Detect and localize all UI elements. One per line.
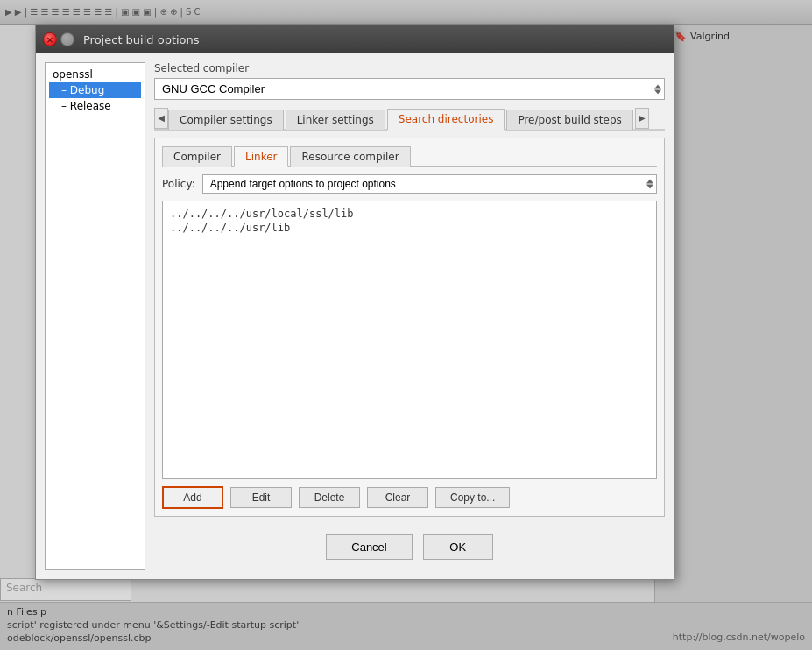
action-buttons: Add Edit Delete Clear Copy to...	[162, 486, 657, 509]
tab-compiler-settings[interactable]: Compiler settings	[168, 110, 284, 130]
policy-label: Policy:	[162, 178, 195, 190]
tab-prepost-build[interactable]: Pre/post build steps	[506, 110, 632, 130]
compiler-select-arrow	[654, 84, 661, 94]
close-icon: ×	[46, 35, 53, 45]
title-bar: × Project build options	[36, 25, 674, 53]
dialog-body: openssl – Debug – Release Selected compi…	[36, 53, 674, 579]
tab-search-directories-label: Search directories	[399, 113, 494, 125]
inner-tab-compiler-label: Compiler	[173, 151, 221, 163]
tree-arrow-release: –	[61, 100, 67, 112]
ok-button[interactable]: OK	[423, 534, 493, 560]
compiler-select-wrapper: GNU GCC Compiler	[154, 78, 665, 100]
tab-linker-settings-label: Linker settings	[297, 114, 374, 126]
edit-button[interactable]: Edit	[230, 487, 292, 508]
policy-select[interactable]: Append target options to project options	[202, 174, 657, 194]
list-item: ../../../../usr/lib	[168, 221, 651, 235]
cancel-button[interactable]: Cancel	[326, 534, 412, 560]
inner-tab-linker-label: Linker	[245, 151, 277, 163]
tab-search-directories[interactable]: Search directories	[387, 109, 505, 131]
directory-list[interactable]: ../../../../usr/local/ssl/lib ../../../.…	[162, 201, 657, 479]
arrow-down-icon	[654, 89, 661, 94]
copy-to-button[interactable]: Copy to...	[435, 487, 510, 508]
compiler-section: Selected compiler GNU GCC Compiler	[154, 62, 665, 100]
tab-compiler-settings-label: Compiler settings	[180, 114, 272, 126]
right-panel: Selected compiler GNU GCC Compiler ◀ Com…	[154, 62, 665, 570]
list-item: ../../../../usr/local/ssl/lib	[168, 207, 651, 221]
tree-label-release: Release	[70, 100, 111, 112]
compiler-section-label: Selected compiler	[154, 62, 665, 74]
policy-select-wrapper: Append target options to project options	[202, 174, 657, 194]
tree-item-openssl[interactable]: openssl	[49, 67, 141, 82]
policy-arrow-up-icon	[646, 180, 653, 184]
policy-arrow-down-icon	[646, 185, 653, 189]
inner-panel: Compiler Linker Resource compiler Policy…	[154, 138, 665, 517]
inner-tab-resource-compiler-label: Resource compiler	[301, 151, 399, 163]
delete-button[interactable]: Delete	[299, 487, 360, 508]
close-button[interactable]: ×	[43, 32, 57, 46]
inner-tab-bar: Compiler Linker Resource compiler	[162, 145, 657, 167]
minimize-button[interactable]	[60, 32, 74, 46]
compiler-select[interactable]: GNU GCC Compiler	[154, 78, 665, 100]
tab-linker-settings[interactable]: Linker settings	[286, 110, 385, 130]
tree-label-openssl: openssl	[53, 68, 93, 81]
dialog-footer: Cancel OK	[154, 524, 665, 570]
tree-item-debug[interactable]: – Debug	[49, 82, 141, 98]
tree-item-release[interactable]: – Release	[49, 98, 141, 114]
inner-tab-linker[interactable]: Linker	[234, 146, 288, 167]
tree-label-debug: Debug	[70, 84, 104, 96]
tab-nav-left[interactable]: ◀	[154, 108, 168, 129]
project-tree: openssl – Debug – Release	[45, 62, 145, 570]
policy-row: Policy: Append target options to project…	[162, 174, 657, 194]
tab-prepost-build-label: Pre/post build steps	[518, 114, 621, 126]
project-build-options-dialog: × Project build options openssl – Debug …	[35, 25, 674, 580]
dialog-title: Project build options	[83, 33, 200, 46]
add-button[interactable]: Add	[162, 486, 223, 509]
inner-tab-compiler[interactable]: Compiler	[162, 146, 232, 167]
inner-tab-resource-compiler[interactable]: Resource compiler	[290, 146, 410, 167]
arrow-up-icon	[654, 84, 661, 88]
tree-arrow-debug: –	[61, 84, 67, 96]
main-tab-bar: ◀ Compiler settings Linker settings Sear…	[154, 107, 665, 131]
tab-nav-right[interactable]: ▶	[635, 108, 649, 129]
window-controls: ×	[43, 32, 74, 46]
policy-select-arrow	[646, 180, 653, 189]
clear-button[interactable]: Clear	[367, 487, 428, 508]
